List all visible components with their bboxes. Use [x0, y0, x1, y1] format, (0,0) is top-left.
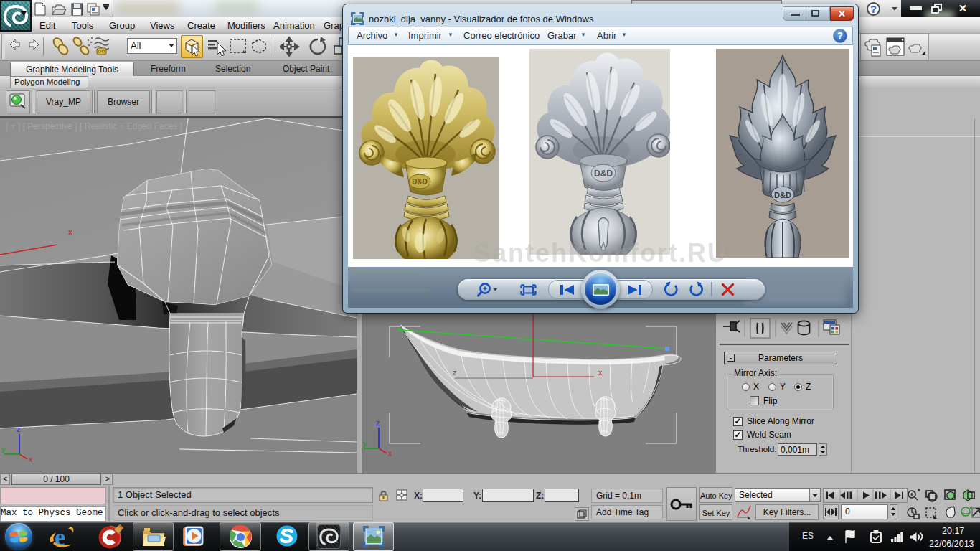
svg-text:z: z — [453, 368, 457, 377]
svg-text:D&D: D&D — [774, 191, 791, 199]
svg-text:SantehKomfort.RU: SantehKomfort.RU — [473, 238, 727, 267]
svg-text:D&D: D&D — [594, 169, 613, 179]
svg-text:D&D: D&D — [412, 178, 428, 186]
svg-text:z: z — [17, 425, 21, 433]
svg-text:x: x — [29, 455, 33, 463]
svg-text:z: z — [376, 418, 380, 427]
svg-text:x: x — [598, 368, 603, 377]
svg-text:x: x — [68, 227, 72, 236]
svg-text:[ + ] [ Perspective ] [ Realis: [ + ] [ Perspective ] [ Realistic + Edge… — [6, 121, 182, 131]
svg-text:y: y — [363, 439, 367, 448]
svg-text:x: x — [388, 449, 392, 458]
svg-text:y: y — [1, 445, 6, 453]
